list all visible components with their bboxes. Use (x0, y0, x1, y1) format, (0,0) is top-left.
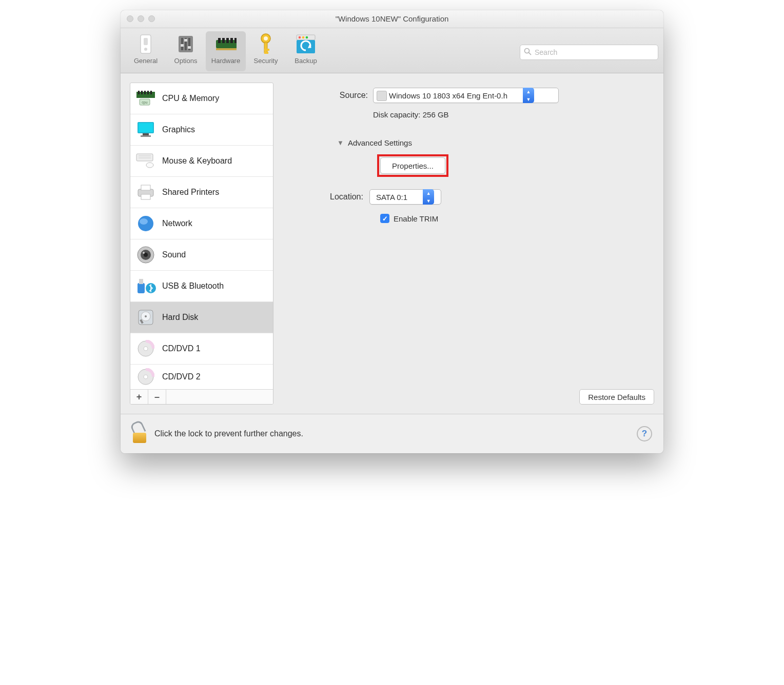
sidebar-item-label: USB & Bluetooth (162, 281, 224, 291)
sidebar-item-sound[interactable]: Sound (130, 239, 273, 271)
usb-bluetooth-icon (135, 276, 156, 296)
select-stepper[interactable]: ▲▼ (523, 88, 534, 103)
properties-button[interactable]: Properties... (380, 157, 445, 174)
sidebar-item-hard-disk[interactable]: Hard Disk (130, 302, 273, 333)
disk-capacity-text: Disk capacity: 256 GB (373, 110, 449, 119)
window-title: "Windows 10NEW" Configuration (121, 10, 663, 28)
security-icon (255, 33, 277, 55)
sidebar-add-button[interactable]: + (130, 390, 148, 404)
advanced-disclosure[interactable]: ▼ Advanced Settings (337, 138, 654, 147)
svg-rect-30 (138, 91, 140, 94)
svg-rect-14 (230, 38, 233, 43)
svg-point-2 (144, 48, 147, 51)
svg-rect-13 (226, 38, 229, 43)
toolbar: General Options Hardware Security (121, 28, 663, 73)
location-select[interactable]: SATA 0:1 ▲▼ (369, 189, 441, 205)
sidebar-item-usb-bluetooth[interactable]: USB & Bluetooth (130, 271, 273, 302)
restore-defaults-button[interactable]: Restore Defaults (579, 389, 654, 405)
svg-rect-19 (264, 43, 267, 53)
source-value: Windows 10 1803 x64 Eng Ent-0.h (374, 91, 523, 100)
hdd-file-icon (377, 91, 387, 101)
cpu-icon: cpu (135, 88, 156, 109)
toolbar-tab-security[interactable]: Security (246, 31, 286, 71)
help-button[interactable]: ? (637, 426, 652, 441)
sidebar-item-label: Graphics (162, 125, 195, 134)
printer-icon (135, 182, 156, 203)
svg-point-59 (145, 315, 147, 317)
toolbar-tab-general[interactable]: General (126, 31, 166, 71)
mouse-keyboard-icon (135, 151, 156, 171)
sidebar-item-cd-dvd-1[interactable]: CD/DVD 1 (130, 333, 273, 365)
toolbar-tab-label: General (134, 57, 158, 65)
select-stepper[interactable]: ▲▼ (423, 189, 434, 205)
svg-point-18 (264, 36, 268, 41)
svg-rect-9 (188, 46, 191, 49)
hard-disk-icon (135, 307, 156, 328)
sidebar-item-label: Sound (162, 250, 186, 259)
svg-text:cpu: cpu (142, 100, 147, 105)
sidebar-item-label: CD/DVD 1 (162, 344, 201, 353)
svg-rect-32 (144, 91, 146, 94)
toolbar-tab-label: Backup (295, 57, 317, 65)
svg-rect-26 (297, 40, 315, 53)
svg-point-62 (144, 347, 148, 351)
toolbar-tab-options[interactable]: Options (166, 31, 206, 71)
lock-footer: Click the lock to prevent further change… (121, 414, 663, 453)
source-select[interactable]: Windows 10 1803 x64 Eng Ent-0.h ▲▼ (373, 88, 559, 103)
disc-icon (135, 338, 156, 359)
svg-point-23 (299, 36, 301, 39)
capacity-row: Disk capacity: 256 GB (286, 110, 654, 119)
sidebar-item-label: CPU & Memory (162, 94, 219, 103)
svg-rect-39 (143, 133, 149, 135)
sidebar-item-mouse-keyboard[interactable]: Mouse & Keyboard (130, 146, 273, 177)
hardware-icon (215, 33, 237, 55)
svg-rect-41 (136, 154, 153, 161)
hardware-sidebar: cpu CPU & Memory Graphics Mouse & Keyboa… (130, 83, 273, 405)
sound-icon (135, 245, 156, 265)
svg-point-27 (525, 48, 530, 53)
svg-rect-1 (144, 38, 148, 45)
disc-icon (135, 367, 156, 387)
toolbar-tab-hardware[interactable]: Hardware (206, 31, 246, 71)
svg-rect-55 (139, 279, 143, 284)
search-icon (524, 48, 532, 57)
sidebar-item-label: Network (162, 219, 192, 228)
sidebar-item-label: Mouse & Keyboard (162, 156, 232, 166)
options-icon (175, 33, 197, 55)
svg-rect-38 (139, 123, 153, 132)
svg-rect-54 (138, 283, 145, 293)
toolbar-tab-label: Security (254, 57, 278, 65)
advanced-settings-label: Advanced Settings (348, 138, 412, 147)
properties-highlight: Properties... (377, 154, 448, 177)
sidebar-item-label: CD/DVD 2 (162, 372, 201, 381)
network-icon (135, 213, 156, 234)
toolbar-tab-label: Options (174, 57, 198, 65)
sidebar-remove-button[interactable]: – (148, 390, 166, 404)
location-value: SATA 0:1 (370, 193, 423, 202)
toolbar-tab-backup[interactable]: Backup (286, 31, 326, 71)
svg-rect-31 (141, 91, 143, 94)
sidebar-footer: + – (130, 389, 273, 404)
search-input[interactable] (520, 45, 658, 60)
unlocked-padlock-icon[interactable] (132, 425, 147, 443)
svg-rect-21 (264, 52, 268, 54)
sidebar-item-graphics[interactable]: Graphics (130, 114, 273, 146)
svg-point-49 (140, 218, 148, 225)
svg-line-28 (529, 52, 532, 55)
trim-checkbox[interactable]: ✓ (380, 214, 389, 223)
graphics-icon (135, 119, 156, 140)
sidebar-item-cd-dvd-2[interactable]: CD/DVD 2 (130, 365, 273, 389)
svg-rect-40 (141, 135, 151, 137)
sidebar-item-cpu-memory[interactable]: cpu CPU & Memory (130, 83, 273, 114)
general-icon (135, 33, 156, 55)
source-label: Source: (286, 91, 368, 100)
backup-icon (295, 33, 317, 55)
sidebar-item-network[interactable]: Network (130, 208, 273, 239)
svg-rect-15 (234, 38, 237, 43)
svg-rect-8 (184, 39, 187, 42)
titlebar: "Windows 10NEW" Configuration (121, 10, 663, 28)
sidebar-item-label: Hard Disk (162, 313, 198, 322)
svg-rect-20 (264, 49, 269, 51)
config-window: "Windows 10NEW" Configuration General Op… (121, 10, 663, 453)
sidebar-item-shared-printers[interactable]: Shared Printers (130, 177, 273, 208)
